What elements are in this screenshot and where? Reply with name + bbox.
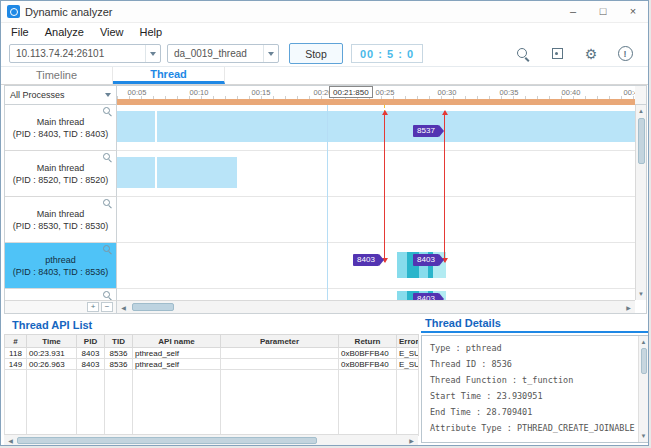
- vertical-scroll-thumb[interactable]: [638, 118, 645, 164]
- activity-gap: [155, 111, 157, 142]
- detail-start-time: Start Time : 23.930951: [430, 388, 638, 404]
- app-select[interactable]: da_0019_thread: [167, 44, 279, 63]
- cell-return: 0xB0BFFB40: [339, 359, 397, 370]
- marker-flag-8537[interactable]: 8537: [413, 125, 439, 137]
- empty-row: [5, 370, 419, 381]
- thread-activity-bar-8403[interactable]: [117, 111, 635, 142]
- toolbar: 10.113.74.24:26101 da_0019_thread Stop 0…: [1, 41, 648, 67]
- ruler-label: 00:25: [376, 88, 395, 97]
- marker-flag-8403-create[interactable]: 8403: [353, 254, 379, 266]
- scroll-right-icon[interactable]: ▶: [622, 301, 635, 313]
- menu-file[interactable]: File: [3, 26, 37, 38]
- tab-thread[interactable]: Thread: [113, 67, 225, 84]
- zoom-out-button[interactable]: −: [101, 302, 113, 312]
- thread-row-label-8520[interactable]: Main thread (PID : 8520, TID : 8520): [5, 151, 117, 197]
- scroll-down-icon[interactable]: ▼: [639, 430, 648, 442]
- timeline-panel: All Processes 00:05 00:10 00:15 00:20 00…: [4, 85, 647, 314]
- menubar: File Analyze View Help: [1, 23, 648, 41]
- thread-details-box: Type : pthread Thread ID : 8536 Thread F…: [421, 335, 649, 443]
- time-cursor-line: [327, 105, 328, 300]
- timeline-vertical-scrollbar[interactable]: ▲ ▼: [635, 105, 646, 300]
- horizontal-scroll-thumb[interactable]: [17, 437, 317, 444]
- cell-parameter: [221, 359, 339, 370]
- col-time[interactable]: Time: [27, 335, 77, 348]
- timeline-chart[interactable]: 8537 8403 8403 8403: [117, 105, 635, 300]
- search-icon[interactable]: [514, 45, 532, 63]
- scroll-down-icon[interactable]: ▼: [636, 288, 646, 300]
- scroll-left-icon[interactable]: ◀: [117, 301, 130, 313]
- row-zoom-icon[interactable]: [103, 291, 113, 300]
- minimize-button[interactable]: –: [558, 1, 588, 22]
- col-return[interactable]: Return: [339, 335, 397, 348]
- col-pid[interactable]: PID: [77, 335, 105, 348]
- thread-activity-bar-8520[interactable]: [117, 157, 237, 188]
- vertical-scroll-thumb[interactable]: [641, 348, 647, 374]
- about-icon[interactable]: !: [616, 45, 634, 63]
- thread-label-column: Main thread (PID : 8403, TID : 8403) Mai…: [5, 105, 117, 300]
- ruler-label: 00:35: [500, 88, 519, 97]
- details-vertical-scrollbar[interactable]: ▲ ▼: [638, 336, 648, 442]
- stop-button[interactable]: Stop: [289, 43, 343, 64]
- col-num[interactable]: #: [5, 335, 27, 348]
- row-zoom-icon[interactable]: [103, 245, 113, 255]
- menu-view[interactable]: View: [92, 26, 132, 38]
- app-icon: [7, 5, 20, 18]
- device-select[interactable]: 10.113.74.24:26101: [9, 44, 161, 63]
- ruler-label: 00:15: [252, 88, 271, 97]
- detail-thread-id: Thread ID : 8536: [430, 356, 638, 372]
- zoom-in-button[interactable]: +: [87, 302, 99, 312]
- cell-time: 00:23.931: [27, 348, 77, 359]
- trace-timer: 00 : 5 : 0: [351, 44, 423, 63]
- thread-row-label-8530[interactable]: Main thread (PID : 8530, TID : 8530): [5, 197, 117, 243]
- empty-row: [5, 403, 419, 414]
- cell-error: E_SUC: [397, 348, 419, 359]
- close-button[interactable]: ×: [618, 1, 648, 22]
- scroll-right-icon[interactable]: ▶: [405, 435, 418, 445]
- thread-ids: (PID : 8403, TID : 8536): [13, 266, 108, 278]
- capture-icon[interactable]: [548, 45, 566, 63]
- timeline-zoom-controls: + −: [5, 300, 117, 313]
- empty-row: [5, 414, 419, 425]
- col-error[interactable]: Error: [397, 335, 419, 348]
- maximize-button[interactable]: □: [588, 1, 618, 22]
- col-parameter[interactable]: Parameter: [221, 335, 339, 348]
- thread-row-label-8403[interactable]: Main thread (PID : 8403, TID : 8403): [5, 105, 117, 151]
- marker-flag-8403-join[interactable]: 8403: [413, 254, 439, 266]
- current-time-marker[interactable]: 00:21:850: [329, 86, 373, 98]
- settings-gear-icon[interactable]: ⚙: [582, 45, 600, 63]
- tab-timeline[interactable]: Timeline: [1, 67, 113, 84]
- horizontal-scroll-thumb[interactable]: [132, 303, 174, 311]
- col-api-name[interactable]: API name: [133, 335, 221, 348]
- api-list-horizontal-scrollbar[interactable]: ◀ ▶: [4, 434, 418, 445]
- view-tabs: Timeline Thread: [1, 67, 648, 85]
- cell-num: 149: [5, 359, 27, 370]
- about-glyph: !: [618, 46, 633, 61]
- window-controls: – □ ×: [558, 1, 648, 22]
- detail-end-time: End Time : 28.709401: [430, 404, 638, 420]
- thread-name: Main thread: [37, 162, 85, 174]
- table-row[interactable]: 149 00:26.963 8403 8536 pthread_self 0xB…: [5, 359, 419, 370]
- thread-name: Main thread: [37, 208, 85, 220]
- api-table-header: # Time PID TID API name Parameter Return…: [5, 335, 419, 348]
- cell-error: E_SUC: [397, 359, 419, 370]
- chevron-down-icon: [145, 45, 160, 62]
- scroll-up-icon[interactable]: ▲: [636, 105, 646, 117]
- menu-analyze[interactable]: Analyze: [37, 26, 92, 38]
- table-row[interactable]: 118 00:23.931 8403 8536 pthread_self 0xB…: [5, 348, 419, 359]
- marker-flag-8403-partial[interactable]: 8403: [413, 293, 439, 300]
- ruler-label: 00:05: [128, 88, 147, 97]
- row-zoom-icon[interactable]: [103, 153, 113, 163]
- scroll-left-icon[interactable]: ◀: [4, 435, 17, 445]
- thread-row-label-8536[interactable]: pthread (PID : 8403, TID : 8536): [5, 243, 117, 289]
- cell-parameter: [221, 348, 339, 359]
- menu-help[interactable]: Help: [132, 26, 171, 38]
- row-zoom-icon[interactable]: [103, 199, 113, 209]
- chevron-down-icon: [105, 93, 111, 97]
- process-filter-select[interactable]: All Processes: [5, 86, 117, 105]
- empty-row: [5, 392, 419, 403]
- col-tid[interactable]: TID: [105, 335, 133, 348]
- timeline-horizontal-scrollbar[interactable]: ◀ ▶: [117, 300, 635, 313]
- scroll-up-icon[interactable]: ▲: [639, 336, 648, 348]
- row-zoom-icon[interactable]: [103, 107, 113, 117]
- thread-row-label-8537[interactable]: pthread (PID : 8403, TID : 8537): [5, 289, 117, 300]
